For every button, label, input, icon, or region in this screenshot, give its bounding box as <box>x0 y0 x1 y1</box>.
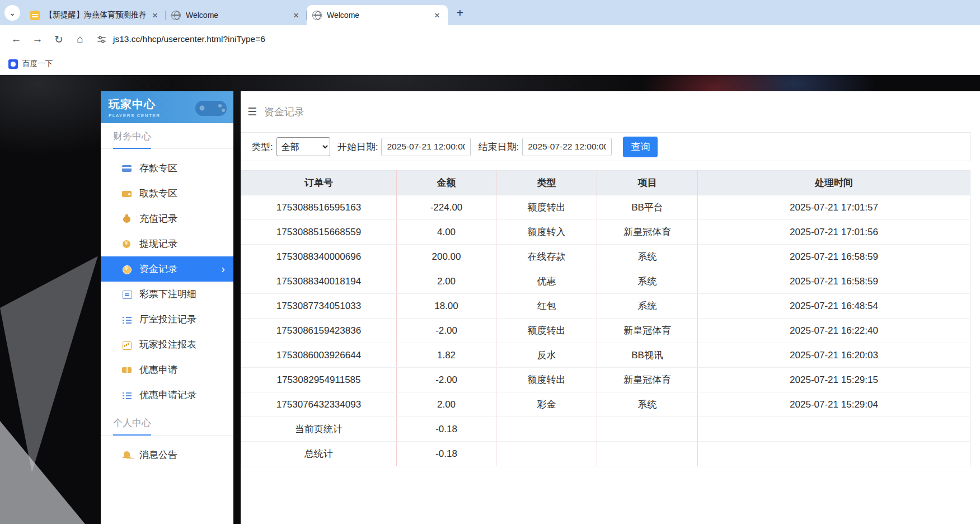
table-cell: 2025-07-21 17:01:56 <box>698 220 970 245</box>
sidebar-menu: 财务中心存款专区取款专区充值记录提现记录资金记录›彩票下注明细厅室投注记录玩家投… <box>101 123 233 524</box>
table-cell: 额度转入 <box>496 220 597 245</box>
sidebar-item-lottery-bet-details[interactable]: 彩票下注明细 <box>101 282 233 307</box>
new-tab-button[interactable]: + <box>452 5 468 21</box>
table-cell: 2025-07-21 17:01:57 <box>698 195 970 220</box>
sidebar-item-label: 消息公告 <box>139 448 177 461</box>
table-row: 1753088516595163-224.00额度转出BB平台2025-07-2… <box>241 195 970 220</box>
baidu-favicon <box>8 59 18 69</box>
sidebar-section-text: 个人中心 <box>113 417 151 436</box>
sidebar-subtitle: PLAYERS CENTER <box>109 113 160 118</box>
tab-search-button[interactable]: ⌄ <box>4 5 20 21</box>
column-header: 金额 <box>397 171 496 195</box>
promo-apply-icon <box>122 365 132 375</box>
tab-title: 【新提醒】海燕体育预测推荐区 <box>45 10 146 20</box>
table-cell: 2025-07-21 16:48:54 <box>698 294 970 319</box>
plus-icon: + <box>457 6 463 20</box>
menu-toggle-icon[interactable]: ☰ <box>247 105 257 118</box>
globe-favicon <box>171 11 181 20</box>
table-cell: 200.00 <box>397 245 496 269</box>
table-body: 1753088516595163-224.00额度转出BB平台2025-07-2… <box>241 195 970 466</box>
table-cell: 1753086003926644 <box>241 343 397 368</box>
tab-close-icon[interactable]: × <box>150 10 160 21</box>
tab-title: Welcome <box>327 11 428 20</box>
table-cell: 1753082954911585 <box>241 368 397 392</box>
type-filter-label: 类型: <box>251 141 273 153</box>
sidebar-item-label: 厅室投注记录 <box>139 313 196 326</box>
sidebar-item-label: 资金记录 <box>139 263 177 275</box>
address-bar[interactable]: js13.cc/hhcp/usercenter.html?iniType=6 <box>96 29 974 49</box>
yellow-site-favicon <box>30 11 40 20</box>
withdraw-wallet-icon <box>122 189 132 198</box>
sidebar-item-hall-bet-records[interactable]: 厅室投注记录 <box>101 307 233 332</box>
background-triangle-decoration <box>0 421 85 524</box>
table-row: 1753088340000696200.00在线存款系统2025-07-21 1… <box>241 245 970 269</box>
sidebar-item-label: 玩家投注报表 <box>139 338 196 351</box>
site-settings-icon[interactable] <box>96 34 107 45</box>
table-cell: BB平台 <box>597 195 698 220</box>
back-icon[interactable]: ← <box>6 29 27 49</box>
chevron-down-icon: ⌄ <box>9 8 16 17</box>
home-icon[interactable]: ⌂ <box>69 29 91 49</box>
sidebar-item-promo-apply-records[interactable]: 优惠申请记录 <box>101 382 233 408</box>
table-cell: 红包 <box>496 294 597 319</box>
sidebar-item-funds-records[interactable]: 资金记录› <box>101 256 233 282</box>
column-header: 项目 <box>597 171 698 195</box>
table-cell <box>597 442 698 466</box>
table-cell <box>496 417 597 442</box>
sidebar-item-player-bet-report[interactable]: 玩家投注报表 <box>101 332 233 357</box>
url-text[interactable]: js13.cc/hhcp/usercenter.html?iniType=6 <box>113 34 265 44</box>
sidebar-item-messages[interactable]: 消息公告 <box>101 442 233 467</box>
sidebar-item-promo-apply[interactable]: 优惠申请 <box>101 357 233 382</box>
table-cell: -2.00 <box>397 368 496 392</box>
sidebar-item-withdraw-zone[interactable]: 取款专区 <box>101 181 233 206</box>
table-cell: 新皇冠体育 <box>597 368 698 392</box>
table-cell: 2.00 <box>397 269 496 294</box>
type-select[interactable]: 全部 <box>276 137 330 156</box>
forward-icon[interactable]: → <box>27 29 48 49</box>
end-date-input[interactable] <box>522 138 612 156</box>
sidebar-item-recharge-records[interactable]: 充值记录 <box>101 206 233 231</box>
table-cell: 系统 <box>597 294 698 319</box>
table-cell: 系统 <box>597 269 698 294</box>
tab-title: Welcome <box>186 11 287 20</box>
table-row: 17530883400181942.00优惠系统2025-07-21 16:58… <box>241 269 970 294</box>
browser-tab[interactable]: Welcome× <box>166 5 307 25</box>
query-button[interactable]: 查询 <box>623 137 658 157</box>
tab-close-icon[interactable]: × <box>291 10 301 21</box>
sidebar-item-withdrawal-records[interactable]: 提现记录 <box>101 231 233 256</box>
sidebar-item-label: 优惠申请 <box>139 363 177 376</box>
browser-tab[interactable]: 【新提醒】海燕体育预测推荐区× <box>25 5 166 25</box>
table-cell: -0.18 <box>397 417 496 442</box>
start-date-label: 开始日期: <box>337 141 378 153</box>
refresh-icon[interactable]: ↻ <box>48 29 69 49</box>
page-title: 资金记录 <box>264 105 304 119</box>
tab-strip: 【新提醒】海燕体育预测推荐区×Welcome×Welcome× <box>25 0 448 25</box>
sidebar-item-label: 存款专区 <box>139 162 177 175</box>
table-cell: 1753088340000696 <box>241 245 397 269</box>
start-date-input[interactable] <box>381 138 471 156</box>
table-row: 17530885156685594.00额度转入新皇冠体育2025-07-21 … <box>241 220 970 245</box>
globe-favicon <box>312 11 322 20</box>
table-cell: 1.82 <box>397 343 496 368</box>
tab-close-icon[interactable]: × <box>432 10 442 21</box>
table-cell: 1753076432334093 <box>241 392 397 417</box>
table-cell: 1753088516595163 <box>241 195 397 220</box>
table-cell: 额度转出 <box>496 368 597 392</box>
sidebar: 玩家中心 PLAYERS CENTER 财务中心存款专区取款专区充值记录提现记录… <box>101 91 233 524</box>
table-cell: 总统计 <box>241 442 397 466</box>
page-header: ☰ 资金记录 <box>241 91 970 132</box>
withdraw-record-icon <box>122 239 132 249</box>
sidebar-item-deposit-zone[interactable]: 存款专区 <box>101 156 233 181</box>
bookmarks-bar: 百度一下 <box>0 53 980 75</box>
browser-window: ⌄ 【新提醒】海燕体育预测推荐区×Welcome×Welcome× + ← → … <box>0 0 980 524</box>
background-triangle-decoration <box>0 237 106 472</box>
table-row: 175308773405103318.00红包系统2025-07-21 16:4… <box>241 294 970 319</box>
funds-record-table: 订单号金额类型项目处理时间 1753088516595163-224.00额度转… <box>241 170 970 466</box>
browser-tab[interactable]: Welcome× <box>307 5 448 25</box>
table-cell: 新皇冠体育 <box>597 319 698 343</box>
table-cell: 2025-07-21 16:20:03 <box>698 343 970 368</box>
bookmark-baidu[interactable]: 百度一下 <box>8 59 53 69</box>
table-cell: BB视讯 <box>597 343 698 368</box>
chevron-right-icon: › <box>221 262 225 275</box>
table-header-row: 订单号金额类型项目处理时间 <box>241 171 970 195</box>
